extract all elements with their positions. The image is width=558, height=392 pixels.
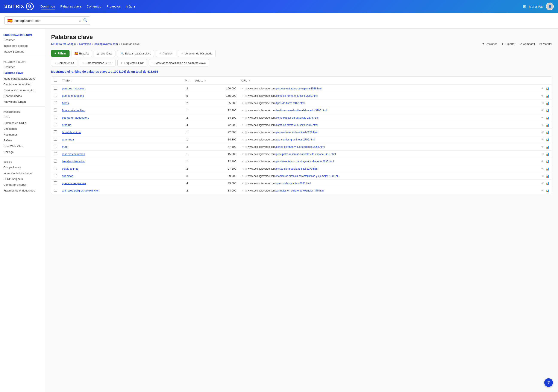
sidebar-item-resumen-palabras[interactable]: Resumen [0, 64, 45, 70]
external-link-icon[interactable]: ↗ [241, 175, 244, 178]
view-icon-13[interactable]: 👁 [541, 182, 544, 185]
chart-icon-10[interactable]: 📊 [546, 160, 549, 163]
sidebar-item-urls[interactable]: URLs [0, 114, 45, 120]
sidebar-item-ideas[interactable]: Ideas para palabras clave [0, 76, 45, 82]
share-button[interactable]: ↗ Compartir [520, 42, 535, 45]
export-button[interactable]: ⬇ Exportar [502, 42, 515, 45]
chart-icon-4[interactable]: 📊 [546, 116, 549, 119]
view-icon-3[interactable]: 👁 [541, 109, 544, 112]
sidebar-item-resumen-top[interactable]: Resumen [0, 37, 45, 43]
chart-icon-0[interactable]: 📊 [546, 87, 549, 90]
view-icon-1[interactable]: 👁 [541, 94, 544, 98]
chart-icon-14[interactable]: 📊 [546, 189, 549, 192]
manual-button[interactable]: ▤ Manual [539, 42, 552, 45]
avatar[interactable]: 👤 [546, 3, 554, 10]
keyword-link-4[interactable]: plantar un aguacatero [62, 116, 89, 119]
filter-caracteristicas-serp[interactable]: + Características SERP [79, 59, 116, 67]
sidebar-item-knowledge-graph[interactable]: Knowledge Graph [0, 99, 45, 105]
view-icon-6[interactable]: 👁 [541, 131, 544, 134]
sidebar-item-onpage[interactable]: OnPage [0, 149, 45, 155]
nav-dominios[interactable]: Dominios [41, 4, 55, 9]
sidebar-item-fragmentos[interactable]: Fragmentos enriquecidos [0, 188, 45, 193]
view-icon-0[interactable]: 👁 [541, 87, 544, 90]
view-icon-10[interactable]: 👁 [541, 160, 544, 163]
chart-icon-2[interactable]: 📊 [546, 102, 549, 105]
external-link-icon[interactable]: ↗ [241, 109, 244, 112]
sidebar-item-cambios-ranking[interactable]: Cambios en el ranking [0, 82, 45, 87]
sidebar-item-oportunidades[interactable]: Oportunidades [0, 93, 45, 99]
sidebar-item-hostnames[interactable]: Hostnames [0, 132, 45, 137]
view-icon-8[interactable]: 👁 [541, 145, 544, 149]
filter-volume[interactable]: + Volumen de búsqueda [178, 50, 216, 57]
breadcrumb-sistrix[interactable]: SISTRIX for Google [51, 42, 76, 45]
sidebar-item-directorios[interactable]: Directorios [0, 126, 45, 132]
chart-icon-11[interactable]: 📊 [546, 167, 549, 170]
sidebar-item-visibilidad[interactable]: Índice de visibilidad [0, 43, 45, 49]
grid-icon[interactable]: ⊞ [523, 4, 526, 9]
sidebar-item-trafico[interactable]: Tráfico Estimado [0, 49, 45, 54]
nav-contenido[interactable]: Contenido [87, 4, 101, 9]
row-checkbox-input-10[interactable] [54, 160, 57, 162]
breadcrumb-dominios[interactable]: Dominios [79, 42, 91, 45]
logo[interactable]: SISTRIX [4, 3, 34, 10]
filter-competencia[interactable]: + Competencia [51, 59, 77, 67]
sidebar-item-serp-snippets[interactable]: SERP-Snippets [0, 176, 45, 182]
keyword-link-9[interactable]: reservas naturales [62, 153, 85, 156]
sidebar-item-core-web-vitals[interactable]: Core Web Vitals [0, 143, 45, 149]
search-input[interactable] [14, 19, 77, 23]
keyword-link-11[interactable]: célula animal [62, 167, 78, 170]
chart-icon-6[interactable]: 📊 [546, 131, 549, 134]
external-link-icon[interactable]: ↗ [241, 124, 244, 127]
view-icon-11[interactable]: 👁 [541, 167, 544, 170]
keyword-link-7[interactable]: gramínea [62, 138, 74, 141]
nav-palabras-clave[interactable]: Palabras clave [60, 4, 81, 9]
keyword-link-1[interactable]: qué es el arco iris [62, 94, 84, 97]
favorite-icon[interactable]: ☆ [78, 19, 82, 23]
external-link-icon[interactable]: ↗ [241, 189, 244, 192]
filter-canibalizacion[interactable]: + Mostrar canibalización de palabras cla… [149, 59, 209, 67]
filter-etiquetas-serp[interactable]: + Etiquetas SERP [117, 59, 147, 67]
row-checkbox-input-11[interactable] [54, 167, 57, 170]
nav-mas[interactable]: Más ▼ [126, 4, 136, 9]
breadcrumb-domain[interactable]: ecologiaverde.com [95, 42, 118, 45]
chart-icon-8[interactable]: 📊 [546, 145, 549, 149]
help-button[interactable]: ? [544, 378, 553, 387]
external-link-icon[interactable]: ↗ [241, 87, 244, 90]
view-icon-5[interactable]: 👁 [541, 123, 544, 127]
sidebar-item-cambios-urls[interactable]: Cambios en URLs [0, 120, 45, 126]
external-link-icon[interactable]: ↗ [241, 167, 244, 170]
keyword-link-8[interactable]: fruto [62, 145, 68, 148]
row-checkbox-input-7[interactable] [54, 138, 57, 141]
keyword-link-14[interactable]: animales peligros de extincion [62, 189, 99, 192]
view-icon-7[interactable]: 👁 [541, 138, 544, 141]
sidebar-item-palabras-clave[interactable]: Palabras clave [0, 70, 45, 76]
options-button[interactable]: ▼ Opciones [482, 42, 497, 45]
external-link-icon[interactable]: ↗ [241, 138, 244, 141]
sidebar-item-distribucion[interactable]: Distribución de los ranki... [0, 87, 45, 93]
keyword-link-10[interactable]: lentejas plantacion [62, 160, 85, 163]
row-checkbox-input-0[interactable] [54, 87, 57, 90]
view-icon-9[interactable]: 👁 [541, 153, 544, 156]
row-checkbox-input-2[interactable] [54, 101, 57, 104]
sidebar-item-comparar-snippet[interactable]: Comparar Snippet [0, 182, 45, 188]
filter-live-data[interactable]: ◎ Live Data [94, 50, 115, 57]
view-icon-2[interactable]: 👁 [541, 102, 544, 105]
row-checkbox-input-4[interactable] [54, 116, 57, 119]
external-link-icon[interactable]: ↗ [241, 102, 244, 105]
row-checkbox-input-12[interactable] [54, 174, 57, 177]
chart-icon-12[interactable]: 📊 [546, 174, 549, 178]
row-checkbox-input-14[interactable] [54, 189, 57, 192]
view-icon-12[interactable]: 👁 [541, 174, 544, 178]
nav-proyectos[interactable]: Proyectos [106, 4, 121, 9]
row-checkbox-input-9[interactable] [54, 152, 57, 155]
chart-icon-1[interactable]: 📊 [546, 94, 549, 98]
keyword-link-12[interactable]: sirénidos [62, 174, 73, 178]
chart-icon-13[interactable]: 📊 [546, 182, 549, 185]
filter-search-keyword[interactable]: 🔍 Buscar palabra clave [117, 50, 154, 57]
external-link-icon[interactable]: ↗ [241, 160, 244, 163]
sidebar-item-intencion[interactable]: Intención de búsqueda [0, 170, 45, 176]
external-link-icon[interactable]: ↗ [241, 182, 244, 185]
filter-spain[interactable]: 🇪🇸 España [71, 50, 92, 57]
select-all-checkbox[interactable] [54, 79, 57, 82]
chart-icon-5[interactable]: 📊 [546, 123, 549, 127]
